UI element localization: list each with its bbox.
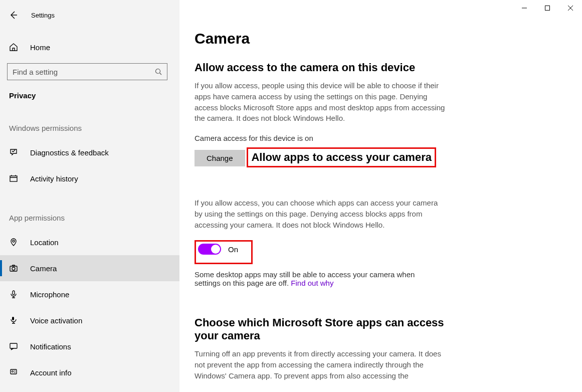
sidebar-item-label: Camera bbox=[30, 264, 57, 273]
svg-rect-8 bbox=[10, 343, 17, 348]
history-icon bbox=[9, 174, 19, 183]
svg-rect-6 bbox=[13, 291, 15, 295]
sidebar-item-camera[interactable]: Camera bbox=[0, 255, 179, 281]
category-label: Privacy bbox=[0, 91, 179, 100]
sidebar-item-microphone[interactable]: Microphone bbox=[0, 281, 179, 307]
camera-icon bbox=[9, 264, 19, 273]
sidebar-item-label: Notifications bbox=[30, 342, 71, 351]
section-desc: Turning off an app prevents it from dire… bbox=[195, 348, 445, 381]
section-title-allow-apps: Allow apps to access your camera bbox=[251, 151, 432, 164]
toggle-state-label: On bbox=[228, 245, 238, 254]
search-input[interactable] bbox=[7, 63, 167, 80]
svg-point-10 bbox=[12, 371, 14, 372]
desktop-apps-note: Some desktop apps may still be able to a… bbox=[195, 270, 440, 287]
account-icon bbox=[9, 368, 19, 377]
main-content: Camera Allow access to the camera on thi… bbox=[179, 0, 582, 392]
sidebar-item-label: Location bbox=[30, 238, 59, 247]
sidebar-item-voice[interactable]: Voice activation bbox=[0, 307, 179, 333]
sidebar-item-location[interactable]: Location bbox=[0, 229, 179, 255]
sidebar-item-notifications[interactable]: Notifications bbox=[0, 333, 179, 359]
section-desc: If you allow access, you can choose whic… bbox=[195, 198, 445, 230]
sidebar-item-label: Diagnostics & feedback bbox=[30, 148, 109, 157]
allow-apps-toggle[interactable] bbox=[198, 244, 221, 255]
highlight-toggle: On bbox=[195, 240, 253, 264]
home-icon bbox=[9, 43, 19, 52]
device-access-status: Camera access for this device is on bbox=[195, 134, 582, 142]
microphone-icon bbox=[9, 290, 19, 299]
page-title: Camera bbox=[195, 30, 582, 47]
sidebar-item-label: Account info bbox=[30, 368, 72, 377]
feedback-icon bbox=[9, 148, 19, 157]
back-button[interactable] bbox=[9, 11, 18, 20]
sidebar-item-activity[interactable]: Activity history bbox=[0, 165, 179, 191]
svg-rect-2 bbox=[10, 176, 17, 181]
change-button[interactable]: Change bbox=[195, 150, 245, 166]
section-title-device-access: Allow access to the camera on this devic… bbox=[195, 61, 582, 74]
app-title: Settings bbox=[31, 12, 55, 19]
svg-point-3 bbox=[13, 240, 15, 242]
notifications-icon bbox=[9, 342, 19, 351]
highlight-allow-apps-title: Allow apps to access your camera bbox=[247, 147, 436, 167]
search-icon bbox=[155, 68, 162, 75]
group-title-app: App permissions bbox=[0, 214, 179, 222]
sidebar-item-label: Activity history bbox=[30, 174, 78, 183]
section-title-choose-apps: Choose which Microsoft Store apps can ac… bbox=[195, 316, 445, 342]
section-desc: If you allow access, people using this d… bbox=[195, 80, 445, 124]
svg-rect-7 bbox=[12, 317, 14, 320]
sidebar-item-label: Voice activation bbox=[30, 316, 82, 325]
sidebar-item-diagnostics[interactable]: Diagnostics & feedback bbox=[0, 139, 179, 165]
location-icon bbox=[9, 238, 19, 247]
home-nav[interactable]: Home bbox=[0, 36, 179, 58]
voice-icon bbox=[9, 316, 19, 325]
find-out-why-link[interactable]: Find out why bbox=[291, 279, 333, 287]
search-field[interactable] bbox=[13, 68, 155, 76]
sidebar-item-label: Microphone bbox=[30, 290, 69, 299]
svg-point-1 bbox=[156, 69, 160, 74]
home-label: Home bbox=[30, 43, 50, 52]
svg-point-5 bbox=[12, 267, 15, 270]
sidebar: Settings Home Privacy Windows permission… bbox=[0, 0, 179, 392]
group-title-windows: Windows permissions bbox=[0, 124, 179, 132]
sidebar-item-account[interactable]: Account info bbox=[0, 359, 179, 385]
